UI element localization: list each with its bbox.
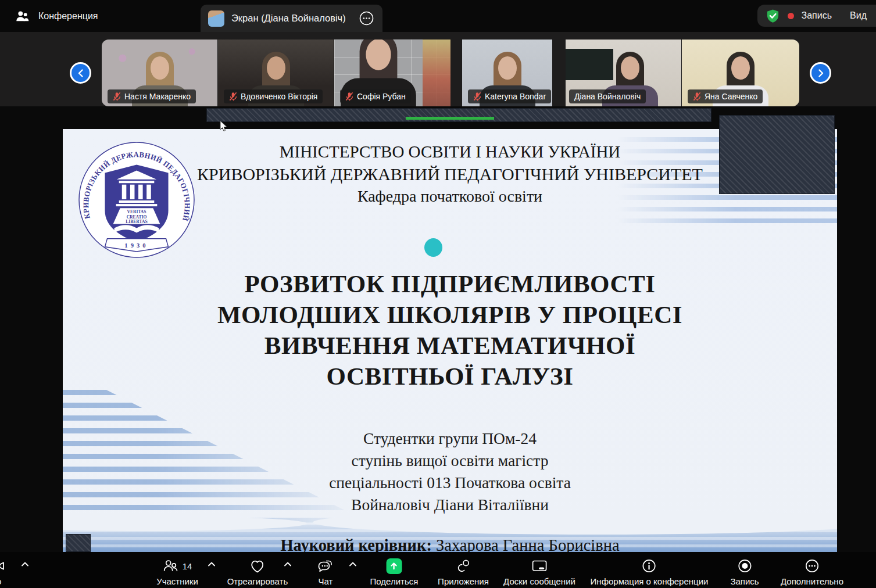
participant-nametag: Вдовиченко Вікторія xyxy=(224,89,323,103)
participant-name: Kateryna Bondar xyxy=(485,92,546,101)
screen-share-tab[interactable]: Экран (Діана Войналовіч) xyxy=(201,5,382,32)
toolbar-label: Чат xyxy=(319,577,333,586)
chevron-up-icon[interactable] xyxy=(22,562,28,567)
strip-next-button[interactable] xyxy=(810,62,831,84)
mouse-cursor xyxy=(220,121,228,132)
slide-accent-dot xyxy=(424,238,442,257)
participants-count-badge: 14 xyxy=(183,561,192,571)
background-poster xyxy=(423,40,450,106)
participant-tile[interactable]: Настя Макаренко xyxy=(102,40,217,106)
conference-label: Конференция xyxy=(38,11,98,21)
toolbar-label: ео xyxy=(0,577,1,586)
chat-icon xyxy=(317,558,334,574)
logo-motto-line: LIBERTAS xyxy=(126,219,147,224)
recording-dot xyxy=(788,13,794,19)
toolbar-label: Участники xyxy=(156,577,198,586)
toolbar-label: Приложения xyxy=(438,577,489,586)
toolbar-boards[interactable]: Доски сообщений xyxy=(503,557,575,586)
participant-name: Вдовиченко Вікторія xyxy=(241,92,317,101)
participant-nametag: Діана Войналовіч xyxy=(569,89,646,103)
video-strip: Настя Макаренко Вдовиченко Вікторія xyxy=(0,32,876,106)
share-screen-icon xyxy=(387,558,402,574)
view-button[interactable]: Вид xyxy=(850,10,867,21)
mic-off-icon xyxy=(345,92,353,101)
participant-name: Яна Савченко xyxy=(705,92,757,101)
floating-video-overlay-redacted[interactable] xyxy=(719,115,835,194)
slide-supervisor-line: Науковий керівник: Захарова Ганна Борисі… xyxy=(63,536,837,552)
toolbar-label: Поделиться xyxy=(370,577,419,586)
mic-off-icon xyxy=(473,92,481,101)
progress-indicator xyxy=(406,117,494,120)
toolbar-label: Информация о конференции xyxy=(591,577,709,586)
slide-title-line: РОЗВИТОК ПІДПРИЄМЛИВОСТІ xyxy=(63,268,837,299)
top-bar: Конференция Экран (Діана Войналовіч) Зап… xyxy=(0,0,876,32)
more-ellipsis-icon xyxy=(804,558,820,574)
participant-tile[interactable]: Вдовиченко Вікторія xyxy=(218,40,334,106)
meeting-toolbar: ео 14 Участники xyxy=(0,552,876,588)
redacted-overlay-small xyxy=(66,534,91,552)
toolbar-apps[interactable]: Приложения xyxy=(438,557,489,586)
participant-nametag: Яна Савченко xyxy=(688,89,763,103)
recording-indicator[interactable]: Запись xyxy=(802,10,832,21)
participant-nametag: Настя Макаренко xyxy=(108,89,196,103)
chevron-left-icon xyxy=(77,69,85,78)
participant-name: Настя Макаренко xyxy=(124,92,191,101)
toolbar-video[interactable]: ео xyxy=(0,557,5,586)
strip-prev-button[interactable] xyxy=(70,62,91,84)
toolbar-label: Дополнительно xyxy=(781,577,843,586)
participant-tile[interactable]: Kateryna Bondar xyxy=(462,40,552,106)
shared-screen-stage: КРИВОРІЗЬКИЙ ДЕРЖАВНИЙ ПЕДАГОГІЧНИЙ УНІВ… xyxy=(0,106,876,552)
people-icon xyxy=(15,9,30,23)
toolbar-react[interactable]: Отреагировать xyxy=(227,557,288,586)
participants-icon xyxy=(163,558,179,574)
mic-off-icon xyxy=(229,92,237,101)
chevron-right-icon xyxy=(817,69,825,78)
participant-tile[interactable]: Яна Савченко xyxy=(682,40,799,106)
tab-avatar xyxy=(208,10,224,27)
toolbar-participants[interactable]: 14 Участники xyxy=(156,557,198,586)
whiteboard-icon xyxy=(531,558,548,573)
slide-title-line: ОСВІТНЬОЇ ГАЛУЗІ xyxy=(63,361,837,392)
participant-nametag: Kateryna Bondar xyxy=(468,89,551,103)
slide-title-line: МОЛОДШИХ ШКОЛЯРІВ У ПРОЦЕСІ xyxy=(63,299,837,330)
slide-title: РОЗВИТОК ПІДПРИЄМЛИВОСТІ МОЛОДШИХ ШКОЛЯР… xyxy=(63,268,837,392)
apps-icon xyxy=(455,558,471,574)
slide-author-line: Войналовіч Діани Віталіївни xyxy=(63,494,837,516)
toolbar-label: Отреагировать xyxy=(227,577,288,586)
chevron-up-icon[interactable] xyxy=(208,562,215,567)
mic-off-icon xyxy=(113,92,121,101)
supervisor-label: Науковий керівник: xyxy=(280,536,431,552)
participant-tile[interactable]: Діана Войналовіч xyxy=(566,40,681,106)
video-camera-icon xyxy=(0,558,5,573)
toolbar-share[interactable]: Поделиться xyxy=(370,557,419,586)
toolbar-meeting-info[interactable]: Информация о конференции xyxy=(591,557,709,586)
heart-icon xyxy=(249,558,266,574)
slide-title-line: ВИВЧЕННЯ МАТЕМАТИЧНОЇ xyxy=(63,330,837,361)
screen-tab-label: Экран (Діана Войналовіч) xyxy=(231,13,346,24)
meeting-status-pill: Запись Вид xyxy=(757,5,876,27)
info-icon xyxy=(641,558,657,574)
record-icon xyxy=(736,558,753,574)
app-window: Конференция Экран (Діана Войналовіч) Зап… xyxy=(0,0,876,588)
chevron-up-icon[interactable] xyxy=(284,562,291,567)
security-shield-icon[interactable] xyxy=(766,9,780,23)
tab-options-ellipsis-icon[interactable] xyxy=(359,10,374,26)
slide-author-line: спеціальності 013 Початкова освіта xyxy=(63,472,837,494)
toolbar-record[interactable]: Запись xyxy=(730,557,759,586)
chevron-up-icon[interactable] xyxy=(349,562,356,567)
toolbar-chat[interactable]: Чат xyxy=(317,557,334,586)
toolbar-more[interactable]: Дополнительно xyxy=(781,557,843,586)
logo-year: 1930 xyxy=(124,242,148,249)
toolbar-label: Запись xyxy=(730,577,759,586)
redacted-notification-bar xyxy=(206,108,711,122)
slide-author-block: Студентки групи ПОм-24 ступінь вищої осв… xyxy=(63,428,837,516)
participant-tile[interactable]: Софія Рубан xyxy=(334,40,450,106)
participant-name: Діана Войналовіч xyxy=(574,92,641,101)
participant-nametag: Софія Рубан xyxy=(340,89,411,103)
mic-off-icon xyxy=(693,92,701,101)
slide-author-line: ступінь вищої освіти магістр xyxy=(63,450,837,472)
slide-author-line: Студентки групи ПОм-24 xyxy=(63,428,837,450)
toolbar-label: Доски сообщений xyxy=(503,577,575,586)
participant-name: Софія Рубан xyxy=(357,92,406,101)
conference-home[interactable]: Конференция xyxy=(15,0,98,32)
